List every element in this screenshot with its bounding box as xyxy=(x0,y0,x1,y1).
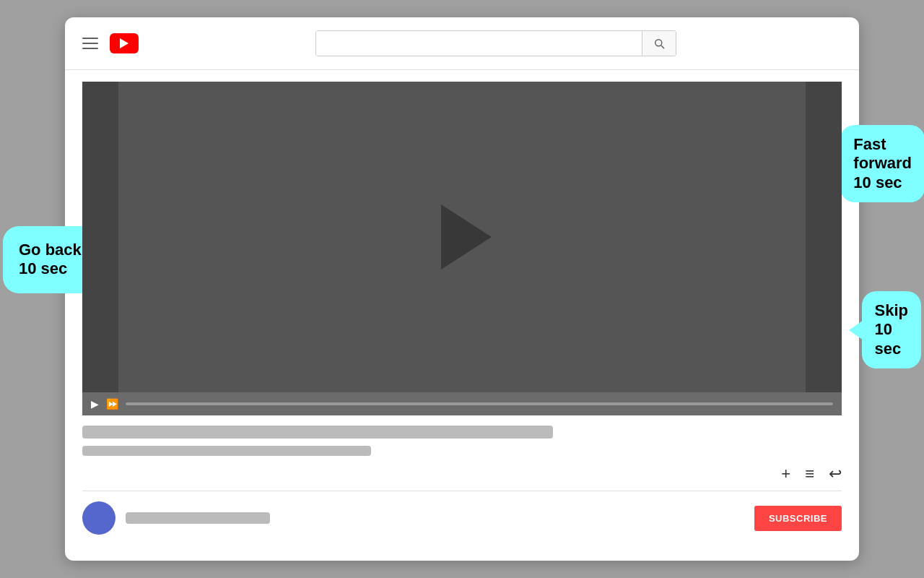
video-controls: ▶ ⏩ xyxy=(82,392,842,415)
hamburger-menu-button[interactable] xyxy=(82,38,98,49)
video-player[interactable] xyxy=(82,82,842,392)
skip-tooltip-text: Skip10sec xyxy=(875,301,908,358)
search-bar xyxy=(315,30,676,56)
video-subtitle-placeholder xyxy=(82,446,371,456)
video-container: Go back10 sec Fastforward10 sec Skip10se… xyxy=(82,82,842,415)
search-icon xyxy=(653,37,666,50)
video-right-bar xyxy=(806,82,842,392)
subscribe-button[interactable]: SUBSCRIBE xyxy=(754,506,842,531)
search-input[interactable] xyxy=(316,31,642,56)
video-left-bar xyxy=(82,82,118,392)
fast-forward-icon: ⏩ xyxy=(106,398,118,410)
action-buttons: + ≡ ↩ xyxy=(82,465,842,491)
fast-forward-tooltip: Fastforward10 sec xyxy=(840,125,924,202)
skip-tooltip: Skip10sec xyxy=(862,291,921,368)
channel-name-placeholder xyxy=(126,512,270,524)
channel-avatar xyxy=(82,501,116,535)
reply-button[interactable]: ↩ xyxy=(829,465,842,483)
channel-row: SUBSCRIBE xyxy=(82,501,842,535)
fast-forward-tooltip-text: Fastforward10 sec xyxy=(853,135,912,191)
header xyxy=(65,17,859,70)
progress-bar[interactable] xyxy=(126,402,833,405)
fast-forward-button[interactable]: ⏩ xyxy=(106,398,118,410)
video-info: + ≡ ↩ SUBSCRIBE xyxy=(82,426,842,535)
go-back-tooltip-text: Go back10 sec xyxy=(19,241,82,277)
play-button[interactable]: ▶ xyxy=(91,398,99,410)
play-icon xyxy=(441,204,492,269)
add-button[interactable]: + xyxy=(781,465,790,483)
main-content: Go back10 sec Fastforward10 sec Skip10se… xyxy=(65,70,859,546)
browser-window: Go back10 sec Fastforward10 sec Skip10se… xyxy=(65,17,859,561)
video-title-placeholder xyxy=(82,426,553,439)
subscribe-label: SUBSCRIBE xyxy=(769,513,827,524)
play-button-icon: ▶ xyxy=(91,398,99,410)
reply-icon: ↩ xyxy=(829,465,842,483)
add-icon: + xyxy=(781,465,790,483)
list-icon: ≡ xyxy=(805,465,814,483)
list-button[interactable]: ≡ xyxy=(805,465,814,483)
search-button[interactable] xyxy=(642,31,676,56)
youtube-logo xyxy=(110,33,139,53)
